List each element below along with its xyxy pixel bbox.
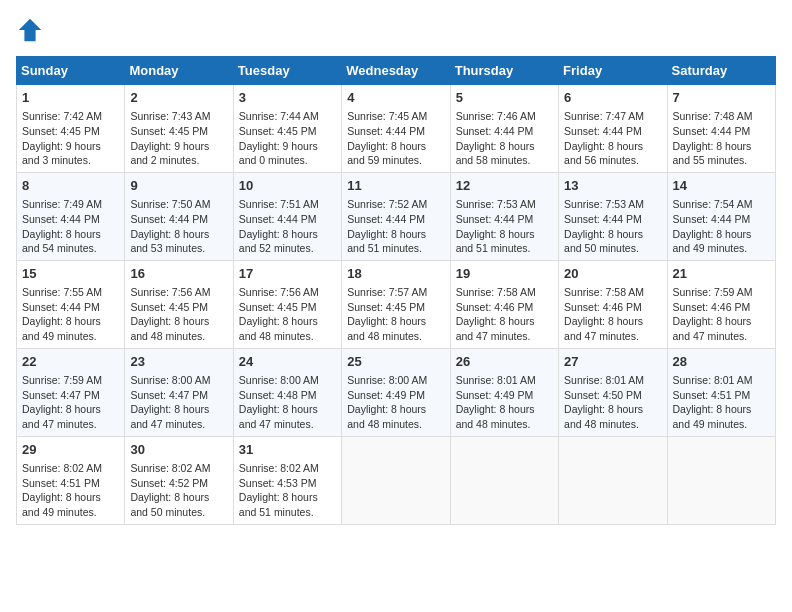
daylight-label: Daylight: 8 hours and 55 minutes. xyxy=(673,140,752,167)
sunset: Sunset: 4:44 PM xyxy=(22,213,100,225)
calendar-cell: 11Sunrise: 7:52 AMSunset: 4:44 PMDayligh… xyxy=(342,172,450,260)
calendar-cell: 31Sunrise: 8:02 AMSunset: 4:53 PMDayligh… xyxy=(233,436,341,524)
sunset: Sunset: 4:50 PM xyxy=(564,389,642,401)
calendar-cell: 20Sunrise: 7:58 AMSunset: 4:46 PMDayligh… xyxy=(559,260,667,348)
sunrise: Sunrise: 7:58 AM xyxy=(456,286,536,298)
day-number: 9 xyxy=(130,177,227,195)
calendar-cell: 3Sunrise: 7:44 AMSunset: 4:45 PMDaylight… xyxy=(233,85,341,173)
daylight-label: Daylight: 8 hours and 51 minutes. xyxy=(239,491,318,518)
weekday-header-saturday: Saturday xyxy=(667,57,775,85)
day-number: 23 xyxy=(130,353,227,371)
calendar-cell: 12Sunrise: 7:53 AMSunset: 4:44 PMDayligh… xyxy=(450,172,558,260)
sunset: Sunset: 4:44 PM xyxy=(456,213,534,225)
day-number: 21 xyxy=(673,265,770,283)
calendar-cell: 4Sunrise: 7:45 AMSunset: 4:44 PMDaylight… xyxy=(342,85,450,173)
calendar-cell: 18Sunrise: 7:57 AMSunset: 4:45 PMDayligh… xyxy=(342,260,450,348)
sunset: Sunset: 4:44 PM xyxy=(564,213,642,225)
day-number: 27 xyxy=(564,353,661,371)
daylight-label: Daylight: 9 hours and 2 minutes. xyxy=(130,140,209,167)
daylight-label: Daylight: 8 hours and 50 minutes. xyxy=(564,228,643,255)
sunset: Sunset: 4:52 PM xyxy=(130,477,208,489)
sunset: Sunset: 4:44 PM xyxy=(673,213,751,225)
day-number: 1 xyxy=(22,89,119,107)
daylight-label: Daylight: 8 hours and 52 minutes. xyxy=(239,228,318,255)
sunset: Sunset: 4:44 PM xyxy=(130,213,208,225)
sunset: Sunset: 4:45 PM xyxy=(239,301,317,313)
sunset: Sunset: 4:44 PM xyxy=(673,125,751,137)
calendar-week-1: 1Sunrise: 7:42 AMSunset: 4:45 PMDaylight… xyxy=(17,85,776,173)
sunrise: Sunrise: 8:02 AM xyxy=(22,462,102,474)
daylight-label: Daylight: 8 hours and 56 minutes. xyxy=(564,140,643,167)
sunrise: Sunrise: 8:02 AM xyxy=(239,462,319,474)
daylight-label: Daylight: 8 hours and 53 minutes. xyxy=(130,228,209,255)
sunrise: Sunrise: 7:56 AM xyxy=(239,286,319,298)
daylight-label: Daylight: 9 hours and 3 minutes. xyxy=(22,140,101,167)
day-number: 28 xyxy=(673,353,770,371)
sunrise: Sunrise: 8:01 AM xyxy=(673,374,753,386)
weekday-header-sunday: Sunday xyxy=(17,57,125,85)
day-number: 30 xyxy=(130,441,227,459)
sunset: Sunset: 4:53 PM xyxy=(239,477,317,489)
calendar-cell: 23Sunrise: 8:00 AMSunset: 4:47 PMDayligh… xyxy=(125,348,233,436)
daylight-label: Daylight: 8 hours and 48 minutes. xyxy=(347,315,426,342)
sunset: Sunset: 4:49 PM xyxy=(347,389,425,401)
weekday-header-wednesday: Wednesday xyxy=(342,57,450,85)
calendar-cell: 8Sunrise: 7:49 AMSunset: 4:44 PMDaylight… xyxy=(17,172,125,260)
sunrise: Sunrise: 8:00 AM xyxy=(130,374,210,386)
sunrise: Sunrise: 7:47 AM xyxy=(564,110,644,122)
day-number: 17 xyxy=(239,265,336,283)
sunset: Sunset: 4:51 PM xyxy=(22,477,100,489)
day-number: 20 xyxy=(564,265,661,283)
sunset: Sunset: 4:48 PM xyxy=(239,389,317,401)
sunset: Sunset: 4:46 PM xyxy=(456,301,534,313)
calendar-cell: 15Sunrise: 7:55 AMSunset: 4:44 PMDayligh… xyxy=(17,260,125,348)
day-number: 14 xyxy=(673,177,770,195)
sunrise: Sunrise: 7:53 AM xyxy=(564,198,644,210)
sunrise: Sunrise: 7:43 AM xyxy=(130,110,210,122)
calendar-week-2: 8Sunrise: 7:49 AMSunset: 4:44 PMDaylight… xyxy=(17,172,776,260)
day-number: 19 xyxy=(456,265,553,283)
day-number: 25 xyxy=(347,353,444,371)
daylight-label: Daylight: 8 hours and 51 minutes. xyxy=(347,228,426,255)
sunrise: Sunrise: 7:50 AM xyxy=(130,198,210,210)
daylight-label: Daylight: 8 hours and 47 minutes. xyxy=(673,315,752,342)
daylight-label: Daylight: 8 hours and 47 minutes. xyxy=(456,315,535,342)
day-number: 22 xyxy=(22,353,119,371)
sunset: Sunset: 4:51 PM xyxy=(673,389,751,401)
daylight-label: Daylight: 8 hours and 50 minutes. xyxy=(130,491,209,518)
sunset: Sunset: 4:46 PM xyxy=(673,301,751,313)
day-number: 12 xyxy=(456,177,553,195)
sunset: Sunset: 4:44 PM xyxy=(347,213,425,225)
sunrise: Sunrise: 8:01 AM xyxy=(564,374,644,386)
day-number: 18 xyxy=(347,265,444,283)
calendar-cell: 1Sunrise: 7:42 AMSunset: 4:45 PMDaylight… xyxy=(17,85,125,173)
calendar-cell: 25Sunrise: 8:00 AMSunset: 4:49 PMDayligh… xyxy=(342,348,450,436)
sunrise: Sunrise: 7:52 AM xyxy=(347,198,427,210)
sunset: Sunset: 4:44 PM xyxy=(564,125,642,137)
sunrise: Sunrise: 7:51 AM xyxy=(239,198,319,210)
calendar-cell: 22Sunrise: 7:59 AMSunset: 4:47 PMDayligh… xyxy=(17,348,125,436)
day-number: 10 xyxy=(239,177,336,195)
day-number: 13 xyxy=(564,177,661,195)
sunrise: Sunrise: 7:59 AM xyxy=(673,286,753,298)
daylight-label: Daylight: 8 hours and 54 minutes. xyxy=(22,228,101,255)
sunrise: Sunrise: 8:01 AM xyxy=(456,374,536,386)
calendar-cell: 2Sunrise: 7:43 AMSunset: 4:45 PMDaylight… xyxy=(125,85,233,173)
sunrise: Sunrise: 7:48 AM xyxy=(673,110,753,122)
sunset: Sunset: 4:45 PM xyxy=(130,125,208,137)
sunrise: Sunrise: 7:56 AM xyxy=(130,286,210,298)
sunrise: Sunrise: 7:54 AM xyxy=(673,198,753,210)
sunrise: Sunrise: 7:55 AM xyxy=(22,286,102,298)
sunrise: Sunrise: 7:42 AM xyxy=(22,110,102,122)
calendar-cell: 16Sunrise: 7:56 AMSunset: 4:45 PMDayligh… xyxy=(125,260,233,348)
calendar-cell: 27Sunrise: 8:01 AMSunset: 4:50 PMDayligh… xyxy=(559,348,667,436)
day-number: 5 xyxy=(456,89,553,107)
calendar-cell: 6Sunrise: 7:47 AMSunset: 4:44 PMDaylight… xyxy=(559,85,667,173)
daylight-label: Daylight: 8 hours and 49 minutes. xyxy=(22,491,101,518)
sunrise: Sunrise: 7:59 AM xyxy=(22,374,102,386)
calendar-cell: 14Sunrise: 7:54 AMSunset: 4:44 PMDayligh… xyxy=(667,172,775,260)
sunset: Sunset: 4:45 PM xyxy=(239,125,317,137)
calendar-cell xyxy=(342,436,450,524)
sunset: Sunset: 4:44 PM xyxy=(347,125,425,137)
weekday-header-row: SundayMondayTuesdayWednesdayThursdayFrid… xyxy=(17,57,776,85)
